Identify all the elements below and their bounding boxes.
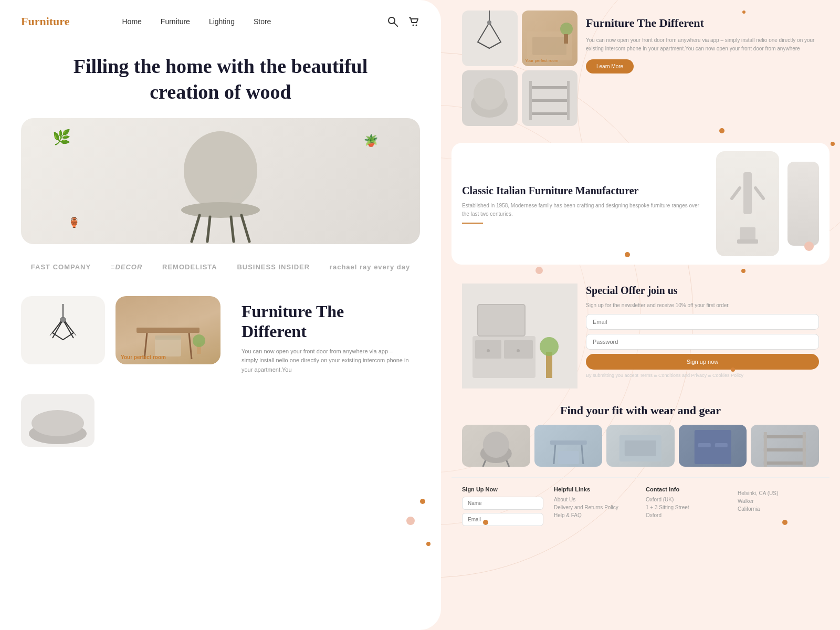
nav-furniture[interactable]: Furniture [161,17,190,26]
svg-line-67 [553,445,555,464]
logo[interactable]: Furniture [21,15,69,28]
room-card: Your perfect room [116,296,220,364]
grid-image-3 [462,70,518,126]
dot-decoration [426,542,430,546]
find-image-1 [462,425,530,467]
svg-point-56 [487,349,490,352]
right-text-furniture: Furniture The Different You can now open… [586,10,819,79]
svg-rect-46 [743,172,752,214]
cart-icon[interactable] [407,15,420,28]
footer-link-help[interactable]: Help & FAQ [554,512,635,518]
dot-decoration [731,368,735,372]
svg-line-11 [192,215,200,242]
svg-point-9 [184,131,257,210]
svg-line-49 [755,188,763,198]
svg-line-68 [581,445,583,464]
svg-point-8 [416,25,417,26]
nav-lighting[interactable]: Lighting [209,17,235,26]
svg-line-14 [231,217,234,242]
footer-link-delivery[interactable]: Delivery and Returns Policy [554,505,635,510]
right-panel: Your perfect room [441,0,840,630]
underline-decoration [462,223,483,224]
extra-image [788,162,819,246]
svg-point-5 [388,17,395,24]
right-title-furniture: Furniture The Different [586,16,819,31]
grid-image-4 [522,70,578,126]
nav-store[interactable]: Store [254,17,271,26]
svg-point-63 [483,432,509,458]
footer-name-input[interactable] [462,497,543,510]
hero-image-inner: 🌿 🪴 🏺 [21,118,420,244]
password-input[interactable] [586,334,819,350]
search-icon[interactable] [386,15,399,28]
svg-marker-32 [478,23,501,48]
dot-decoration [742,10,746,14]
furniture-text-left: Furniture The Different You can now open… [231,296,420,380]
svg-point-30 [32,410,84,436]
vase-svg [727,162,769,246]
learn-more-button[interactable]: Learn More [586,59,634,74]
lamp-grid-img [462,10,517,66]
svg-rect-69 [558,451,579,464]
right-section-italian: Classic Italian Furniture Manufacturer E… [452,143,830,265]
dot-decoration [406,517,415,525]
grid-image-1 [462,10,518,66]
svg-rect-26 [155,335,181,340]
right-title-offer: Special Offer join us [586,284,819,297]
sofa-illustration [21,394,94,447]
svg-rect-76 [764,435,806,438]
footer-link-about[interactable]: About Us [554,497,635,502]
svg-rect-40 [530,86,569,89]
nav-home[interactable]: Home [122,17,141,26]
dot-decoration [420,499,425,504]
shelf-grid-img [522,70,577,125]
svg-rect-35 [532,37,566,55]
grey-card-sm [21,394,94,447]
footer-contact2-city: Helsinki, CA (US) [738,490,819,496]
footer-email-input[interactable] [462,513,543,526]
find-images [462,425,819,467]
right-section-furniture: Your perfect room [452,0,830,126]
navigation: Furniture Home Furniture Lighting Store [0,0,441,43]
find-image-5 [751,425,819,467]
svg-rect-66 [550,440,586,445]
lamp-illustration [42,304,84,356]
svg-line-12 [242,215,249,242]
dot-decoration [483,520,488,525]
svg-rect-78 [764,461,806,465]
svg-line-13 [207,217,210,242]
brand-decor: ≡DECOR [111,263,143,271]
signup-button[interactable]: Sign up now [586,354,819,370]
room-grid-img [522,10,577,66]
svg-rect-43 [529,81,532,120]
wardrobe-find-svg [679,425,747,467]
svg-rect-37 [564,34,568,44]
svg-line-64 [483,460,486,467]
svg-point-36 [560,23,573,35]
footer-signup-title: Sign Up Now [462,486,543,492]
dots-row [452,126,830,134]
dots-row-2 [452,265,830,275]
find-image-4 [679,425,747,467]
find-image-2 [534,425,603,467]
right-text-offer: Special Offer join us Sign up for the ne… [586,284,819,378]
footer-contact-region: Oxford [646,512,727,518]
email-input[interactable] [586,314,819,330]
footer-contact: Contact Info Oxford (UK) 1 + 3 Sitting S… [646,486,727,529]
left-panel: Furniture Home Furniture Lighting Store [0,0,441,630]
svg-line-23 [189,333,192,359]
plant-right-decoration: 🪴 [364,134,378,148]
footer-contact-2: Helsinki, CA (US) Walker California [738,486,819,529]
svg-line-16 [52,320,63,338]
svg-line-48 [732,188,740,198]
dot-decoration [741,269,746,273]
grid-image-2: Your perfect room [522,10,578,66]
svg-rect-25 [155,338,181,356]
grid-img-label: Your perfect room [525,58,558,63]
dot-decoration [782,520,788,525]
image-grid: Your perfect room [462,10,578,126]
footer-contact-title: Contact Info [646,486,727,492]
right-section-offer: Special Offer join us Sign up for the ne… [452,275,830,397]
offer-image [462,284,578,388]
footer-signup: Sign Up Now [462,486,543,529]
